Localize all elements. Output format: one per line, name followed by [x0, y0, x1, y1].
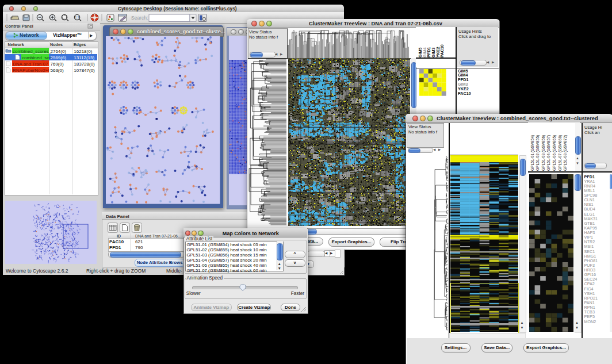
- svg-text:PAC10: PAC10: [439, 44, 445, 58]
- svg-text:GPL51-03 (GSM856): GPL51-03 (GSM856): [541, 135, 546, 171]
- svg-text:GPL51-08 (GSM872): GPL51-08 (GSM872): [563, 135, 568, 171]
- svg-text:GPL51-04 (GSM857): GPL51-04 (GSM857): [546, 135, 551, 171]
- svg-text:GPL51-07 (GSM868): GPL51-07 (GSM868): [558, 135, 563, 171]
- svg-text:GPL51-01 (GSM854): GPL51-01 (GSM854): [530, 135, 535, 171]
- svg-text:1:1: 1:1: [75, 16, 79, 19]
- svg-text:GPL51-06 (GSM865): GPL51-06 (GSM865): [552, 135, 557, 171]
- svg-text:GPL51-02 (GSM855): GPL51-02 (GSM855): [536, 135, 540, 171]
- svg-text:Search:: Search:: [131, 15, 148, 21]
